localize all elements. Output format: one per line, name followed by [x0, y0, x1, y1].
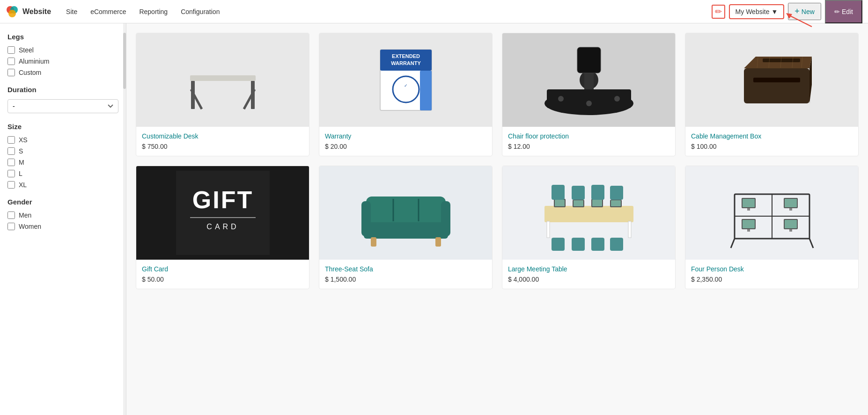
svg-rect-16	[420, 71, 432, 110]
product-image-person-desk	[685, 166, 858, 260]
my-website-button[interactable]: My Website ▼	[729, 4, 785, 19]
checkbox-aluminium[interactable]	[7, 58, 15, 65]
checkbox-xl[interactable]	[7, 181, 15, 189]
svg-rect-48	[628, 221, 631, 238]
filter-size-l[interactable]: L	[7, 170, 118, 177]
product-info-7: Large Meeting Table $ 4,000.00	[502, 260, 675, 289]
scrollbar-thumb[interactable]	[123, 33, 126, 89]
product-price-1: $ 750.00	[142, 143, 303, 150]
svg-point-23	[614, 96, 620, 102]
svg-rect-27	[753, 78, 800, 82]
product-card-6[interactable]: Three-Seat Sofa $ 1,500.00	[319, 166, 493, 289]
svg-rect-40	[361, 201, 371, 236]
checkbox-s[interactable]	[7, 147, 15, 155]
mobile-view-icon[interactable]: ✏	[712, 5, 725, 19]
scrollbar-track	[123, 23, 126, 415]
svg-rect-76	[747, 208, 750, 211]
svg-rect-5	[190, 75, 256, 81]
product-card-3[interactable]: Chair floor protection $ 12.00	[502, 33, 676, 156]
sidebar: Legs Steel Aluminium Custom Duration - S…	[0, 23, 126, 415]
pencil-icon: ✏	[834, 8, 840, 15]
product-price-3: $ 12.00	[508, 143, 669, 150]
filter-legs-steel[interactable]: Steel	[7, 46, 118, 54]
product-card-2[interactable]: EXTENDED WARRANTY ✓ Warranty $ 20.00	[319, 33, 493, 156]
svg-rect-46	[544, 206, 633, 222]
svg-rect-64	[610, 238, 623, 251]
svg-text:EXTENDED: EXTENDED	[392, 53, 420, 59]
filter-duration-title: Duration	[7, 86, 118, 94]
product-card-5[interactable]: GIFT CARD Gift Card $ 50.00	[136, 166, 309, 289]
svg-rect-47	[547, 221, 550, 238]
svg-point-2	[8, 10, 16, 17]
product-price-7: $ 4,000.00	[508, 276, 669, 283]
edit-button[interactable]: ✏ Edit	[825, 0, 862, 23]
product-name-8: Four Person Desk	[691, 265, 853, 273]
products-grid: Customizable Desk $ 750.00 EXTENDED WARR…	[136, 33, 859, 289]
checkbox-l[interactable]	[7, 170, 15, 177]
navbar-right: ✏ My Website ▼ + New ✏ Edit	[712, 0, 862, 23]
filter-gender-men[interactable]: Men	[7, 211, 118, 219]
checkbox-m[interactable]	[7, 159, 15, 166]
svg-rect-58	[572, 186, 585, 200]
checkbox-men[interactable]	[7, 211, 15, 219]
svg-text:GIFT: GIFT	[192, 186, 253, 213]
product-image-meeting-table	[502, 166, 675, 260]
checkbox-xs[interactable]	[7, 136, 15, 144]
filter-size-m[interactable]: M	[7, 159, 118, 166]
svg-rect-62	[572, 238, 585, 251]
filter-size-s[interactable]: S	[7, 147, 118, 155]
product-info-1: Customizable Desk $ 750.00	[136, 127, 309, 156]
product-price-2: $ 20.00	[325, 143, 486, 150]
product-image-chair-mat	[502, 33, 675, 127]
product-info-2: Warranty $ 20.00	[319, 127, 492, 156]
svg-rect-56	[611, 200, 621, 206]
product-name-7: Large Meeting Table	[508, 265, 669, 273]
product-image-warranty: EXTENDED WARRANTY ✓	[319, 33, 492, 127]
svg-rect-69	[743, 199, 755, 207]
product-image-sofa	[319, 166, 492, 260]
product-image-gift-card: GIFT CARD	[136, 166, 309, 260]
svg-rect-60	[610, 186, 623, 200]
product-card-4[interactable]: Cable Management Box $ 100.00	[685, 33, 859, 156]
svg-rect-71	[785, 199, 797, 207]
nav-reporting[interactable]: Reporting	[133, 5, 173, 18]
svg-rect-57	[552, 185, 565, 200]
svg-rect-59	[591, 185, 604, 200]
navbar-links: Site eCommerce Reporting Configuration	[60, 5, 225, 18]
filter-size: Size XS S M L XL	[7, 123, 118, 189]
products-area: Customizable Desk $ 750.00 EXTENDED WARR…	[126, 23, 868, 415]
product-info-6: Three-Seat Sofa $ 1,500.00	[319, 260, 492, 289]
svg-text:✓: ✓	[404, 83, 408, 88]
dropdown-arrow-icon: ▼	[771, 8, 778, 15]
checkbox-custom[interactable]	[7, 69, 15, 76]
checkbox-women[interactable]	[7, 223, 15, 230]
svg-line-81	[809, 239, 813, 248]
filter-size-xs[interactable]: XS	[7, 136, 118, 144]
product-card-7[interactable]: Large Meeting Table $ 4,000.00	[502, 166, 676, 289]
filter-gender: Gender Men Women	[7, 198, 118, 230]
filter-gender-women[interactable]: Women	[7, 223, 118, 230]
brand-label: Website	[22, 7, 51, 16]
nav-ecommerce[interactable]: eCommerce	[85, 5, 132, 18]
filter-legs-custom[interactable]: Custom	[7, 69, 118, 76]
filter-legs-title: Legs	[7, 33, 118, 41]
product-name-4: Cable Management Box	[691, 132, 853, 140]
svg-line-80	[731, 239, 735, 248]
filter-legs-aluminium[interactable]: Aluminium	[7, 58, 118, 65]
svg-rect-50	[555, 200, 565, 206]
product-image-cable-box	[685, 33, 858, 127]
new-button[interactable]: + New	[788, 3, 821, 20]
duration-select[interactable]: -	[7, 99, 118, 113]
product-price-8: $ 2,350.00	[691, 276, 853, 283]
svg-rect-77	[789, 208, 792, 211]
checkbox-steel[interactable]	[7, 46, 15, 54]
svg-rect-25	[744, 68, 809, 103]
nav-configuration[interactable]: Configuration	[175, 5, 225, 18]
product-name-3: Chair floor protection	[508, 132, 669, 140]
filter-size-xl[interactable]: XL	[7, 181, 118, 189]
nav-site[interactable]: Site	[60, 5, 83, 18]
product-card-8[interactable]: Four Person Desk $ 2,350.00	[685, 166, 859, 289]
plus-icon: +	[794, 7, 800, 16]
product-card-1[interactable]: Customizable Desk $ 750.00	[136, 33, 309, 156]
svg-rect-75	[785, 220, 797, 228]
